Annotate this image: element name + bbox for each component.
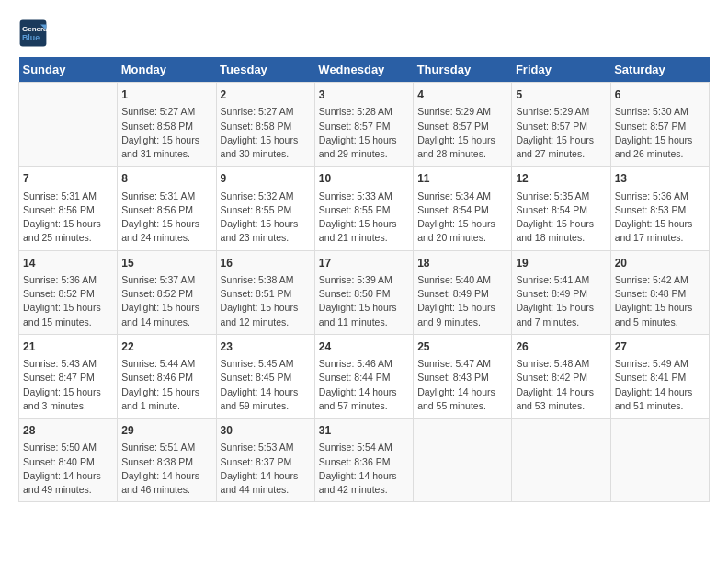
- calendar-cell: 14Sunrise: 5:36 AM Sunset: 8:52 PM Dayli…: [19, 250, 118, 334]
- day-info: Sunrise: 5:31 AM Sunset: 8:56 PM Dayligh…: [23, 190, 113, 246]
- day-number: 5: [516, 87, 606, 103]
- day-info: Sunrise: 5:28 AM Sunset: 8:57 PM Dayligh…: [319, 105, 409, 161]
- calendar-cell: 9Sunrise: 5:32 AM Sunset: 8:55 PM Daylig…: [216, 167, 314, 250]
- calendar-cell: 6Sunrise: 5:30 AM Sunset: 8:57 PM Daylig…: [610, 83, 709, 167]
- calendar-table: SundayMondayTuesdayWednesdayThursdayFrid…: [18, 57, 710, 502]
- header-tuesday: Tuesday: [216, 57, 314, 83]
- calendar-cell: 22Sunrise: 5:44 AM Sunset: 8:46 PM Dayli…: [118, 334, 216, 418]
- calendar-cell: 21Sunrise: 5:43 AM Sunset: 8:47 PM Dayli…: [19, 334, 118, 418]
- day-info: Sunrise: 5:43 AM Sunset: 8:47 PM Dayligh…: [23, 357, 113, 413]
- day-number: 27: [615, 339, 705, 355]
- day-number: 13: [615, 171, 705, 187]
- day-info: Sunrise: 5:53 AM Sunset: 8:37 PM Dayligh…: [221, 441, 311, 497]
- week-row-4: 21Sunrise: 5:43 AM Sunset: 8:47 PM Dayli…: [19, 334, 710, 418]
- day-info: Sunrise: 5:27 AM Sunset: 8:58 PM Dayligh…: [121, 105, 211, 161]
- calendar-cell: 16Sunrise: 5:38 AM Sunset: 8:51 PM Dayli…: [216, 250, 314, 334]
- header-saturday: Saturday: [610, 57, 709, 83]
- calendar-cell: [610, 419, 709, 502]
- header-monday: Monday: [118, 57, 216, 83]
- calendar-cell: 15Sunrise: 5:37 AM Sunset: 8:52 PM Dayli…: [118, 250, 216, 334]
- week-row-2: 7Sunrise: 5:31 AM Sunset: 8:56 PM Daylig…: [19, 167, 710, 250]
- calendar-cell: 11Sunrise: 5:34 AM Sunset: 8:54 PM Dayli…: [414, 167, 512, 250]
- calendar-cell: 5Sunrise: 5:29 AM Sunset: 8:57 PM Daylig…: [512, 83, 610, 167]
- day-info: Sunrise: 5:32 AM Sunset: 8:55 PM Dayligh…: [221, 190, 311, 246]
- calendar-cell: 17Sunrise: 5:39 AM Sunset: 8:50 PM Dayli…: [314, 250, 413, 334]
- calendar-cell: 8Sunrise: 5:31 AM Sunset: 8:56 PM Daylig…: [118, 167, 216, 250]
- day-info: Sunrise: 5:34 AM Sunset: 8:54 PM Dayligh…: [417, 190, 507, 246]
- header-friday: Friday: [512, 57, 610, 83]
- day-number: 31: [319, 423, 409, 439]
- day-number: 17: [319, 256, 409, 271]
- day-number: 30: [221, 423, 311, 439]
- calendar-cell: 19Sunrise: 5:41 AM Sunset: 8:49 PM Dayli…: [512, 250, 610, 334]
- day-info: Sunrise: 5:30 AM Sunset: 8:57 PM Dayligh…: [615, 105, 705, 161]
- day-info: Sunrise: 5:39 AM Sunset: 8:50 PM Dayligh…: [319, 273, 409, 329]
- day-number: 7: [23, 171, 113, 187]
- calendar-cell: 26Sunrise: 5:48 AM Sunset: 8:42 PM Dayli…: [512, 334, 610, 418]
- week-row-1: 1Sunrise: 5:27 AM Sunset: 8:58 PM Daylig…: [19, 83, 710, 167]
- day-number: 8: [121, 171, 211, 187]
- calendar-cell: 7Sunrise: 5:31 AM Sunset: 8:56 PM Daylig…: [19, 167, 118, 250]
- day-number: 14: [23, 256, 113, 271]
- calendar-cell: 24Sunrise: 5:46 AM Sunset: 8:44 PM Dayli…: [314, 334, 413, 418]
- day-info: Sunrise: 5:44 AM Sunset: 8:46 PM Dayligh…: [121, 357, 211, 413]
- calendar-cell: [19, 83, 118, 167]
- day-info: Sunrise: 5:51 AM Sunset: 8:38 PM Dayligh…: [121, 441, 211, 497]
- day-number: 29: [121, 423, 211, 439]
- calendar-cell: 1Sunrise: 5:27 AM Sunset: 8:58 PM Daylig…: [118, 83, 216, 167]
- day-number: 22: [121, 339, 211, 355]
- calendar-cell: [512, 419, 610, 502]
- day-number: 18: [417, 256, 507, 271]
- svg-text:Blue: Blue: [22, 33, 40, 42]
- day-number: 12: [516, 171, 606, 187]
- week-row-5: 28Sunrise: 5:50 AM Sunset: 8:40 PM Dayli…: [19, 419, 710, 502]
- calendar-cell: 12Sunrise: 5:35 AM Sunset: 8:54 PM Dayli…: [512, 167, 610, 250]
- calendar-cell: 10Sunrise: 5:33 AM Sunset: 8:55 PM Dayli…: [314, 167, 413, 250]
- page-header: General Blue: [18, 18, 710, 48]
- day-number: 4: [417, 87, 507, 103]
- day-info: Sunrise: 5:48 AM Sunset: 8:42 PM Dayligh…: [516, 357, 606, 413]
- calendar-header-row: SundayMondayTuesdayWednesdayThursdayFrid…: [19, 57, 710, 83]
- day-number: 28: [23, 423, 113, 439]
- day-info: Sunrise: 5:54 AM Sunset: 8:36 PM Dayligh…: [319, 441, 409, 497]
- calendar-cell: 23Sunrise: 5:45 AM Sunset: 8:45 PM Dayli…: [216, 334, 314, 418]
- day-info: Sunrise: 5:37 AM Sunset: 8:52 PM Dayligh…: [121, 273, 211, 329]
- day-number: 11: [417, 171, 507, 187]
- day-info: Sunrise: 5:31 AM Sunset: 8:56 PM Dayligh…: [121, 190, 211, 246]
- day-number: 15: [121, 256, 211, 271]
- week-row-3: 14Sunrise: 5:36 AM Sunset: 8:52 PM Dayli…: [19, 250, 710, 334]
- day-info: Sunrise: 5:35 AM Sunset: 8:54 PM Dayligh…: [516, 190, 606, 246]
- header-thursday: Thursday: [414, 57, 512, 83]
- day-info: Sunrise: 5:29 AM Sunset: 8:57 PM Dayligh…: [417, 105, 507, 161]
- calendar-cell: 18Sunrise: 5:40 AM Sunset: 8:49 PM Dayli…: [414, 250, 512, 334]
- day-info: Sunrise: 5:36 AM Sunset: 8:53 PM Dayligh…: [615, 190, 705, 246]
- day-info: Sunrise: 5:38 AM Sunset: 8:51 PM Dayligh…: [221, 273, 311, 329]
- day-info: Sunrise: 5:47 AM Sunset: 8:43 PM Dayligh…: [417, 357, 507, 413]
- day-number: 25: [417, 339, 507, 355]
- day-info: Sunrise: 5:29 AM Sunset: 8:57 PM Dayligh…: [516, 105, 606, 161]
- header-wednesday: Wednesday: [314, 57, 413, 83]
- day-number: 24: [319, 339, 409, 355]
- calendar-cell: 13Sunrise: 5:36 AM Sunset: 8:53 PM Dayli…: [610, 167, 709, 250]
- day-number: 2: [221, 87, 311, 103]
- calendar-cell: 3Sunrise: 5:28 AM Sunset: 8:57 PM Daylig…: [314, 83, 413, 167]
- calendar-cell: 28Sunrise: 5:50 AM Sunset: 8:40 PM Dayli…: [19, 419, 118, 502]
- day-number: 20: [615, 256, 705, 271]
- day-number: 9: [221, 171, 311, 187]
- calendar-cell: 27Sunrise: 5:49 AM Sunset: 8:41 PM Dayli…: [610, 334, 709, 418]
- day-info: Sunrise: 5:27 AM Sunset: 8:58 PM Dayligh…: [221, 105, 311, 161]
- day-number: 16: [221, 256, 311, 271]
- day-number: 19: [516, 256, 606, 271]
- day-number: 21: [23, 339, 113, 355]
- day-info: Sunrise: 5:33 AM Sunset: 8:55 PM Dayligh…: [319, 190, 409, 246]
- calendar-cell: 4Sunrise: 5:29 AM Sunset: 8:57 PM Daylig…: [414, 83, 512, 167]
- day-info: Sunrise: 5:36 AM Sunset: 8:52 PM Dayligh…: [23, 273, 113, 329]
- day-info: Sunrise: 5:49 AM Sunset: 8:41 PM Dayligh…: [615, 357, 705, 413]
- day-number: 3: [319, 87, 409, 103]
- day-number: 10: [319, 171, 409, 187]
- day-info: Sunrise: 5:50 AM Sunset: 8:40 PM Dayligh…: [23, 441, 113, 497]
- calendar-cell: 31Sunrise: 5:54 AM Sunset: 8:36 PM Dayli…: [314, 419, 413, 502]
- day-info: Sunrise: 5:42 AM Sunset: 8:48 PM Dayligh…: [615, 273, 705, 329]
- day-info: Sunrise: 5:46 AM Sunset: 8:44 PM Dayligh…: [319, 357, 409, 413]
- calendar-cell: [414, 419, 512, 502]
